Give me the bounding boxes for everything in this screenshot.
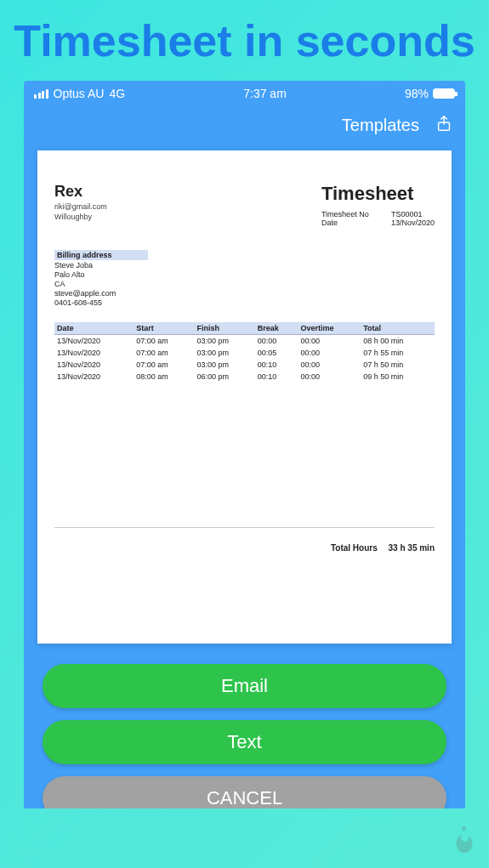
cell-date: 13/Nov/2020 xyxy=(54,359,134,371)
sender-name: Rex xyxy=(54,183,107,201)
sender-city: Willoughby xyxy=(54,213,107,221)
battery-pct: 98% xyxy=(405,87,429,100)
carrier-label: Optus AU xyxy=(54,87,105,100)
cancel-button[interactable]: CANCEL xyxy=(43,776,446,808)
cell-overtime: 00:00 xyxy=(299,335,361,348)
totals-label: Total Hours xyxy=(331,543,378,553)
billing-name: Steve Joba xyxy=(54,261,435,269)
billing-phone: 0401-608-455 xyxy=(54,298,435,307)
cell-start: 07:00 am xyxy=(134,347,194,359)
meta-date-value: 13/Nov/2020 xyxy=(391,218,435,227)
table-row: 13/Nov/202007:00 am03:00 pm00:1000:0007 … xyxy=(54,359,435,371)
cell-total: 08 h 00 min xyxy=(361,335,435,348)
totals-row: Total Hours 33 h 35 min xyxy=(54,543,435,553)
text-button[interactable]: Text xyxy=(43,720,446,764)
cell-start: 07:00 am xyxy=(134,359,194,371)
billing-block: Billing address Steve Joba Palo Alto CA … xyxy=(54,249,435,307)
promo-title: Timesheet in seconds xyxy=(0,0,489,81)
share-icon[interactable] xyxy=(435,114,453,136)
cell-date: 13/Nov/2020 xyxy=(54,371,134,383)
cell-overtime: 00:00 xyxy=(299,347,361,359)
status-bar: Optus AU 4G 7:37 am 98% xyxy=(24,81,465,106)
billing-email: steve@apple.com xyxy=(54,289,435,298)
cell-start: 08:00 am xyxy=(134,371,194,383)
billing-header: Billing address xyxy=(54,250,148,260)
totals-value: 33 h 35 min xyxy=(389,543,435,553)
cell-total: 09 h 50 min xyxy=(361,371,435,383)
network-label: 4G xyxy=(109,87,125,100)
meta-date-label: Date xyxy=(321,218,384,227)
table-row: 13/Nov/202007:00 am03:00 pm00:0000:0008 … xyxy=(54,335,435,348)
cell-total: 07 h 55 min xyxy=(361,347,435,359)
clock-label: 7:37 am xyxy=(243,87,287,100)
table-row: 13/Nov/202008:00 am06:00 pm00:1000:0009 … xyxy=(54,371,435,383)
meta-no-label: Timesheet No xyxy=(321,210,384,218)
email-button[interactable]: Email xyxy=(43,664,446,708)
nav-bar: Templates xyxy=(24,106,465,144)
col-total: Total xyxy=(361,322,435,335)
cell-overtime: 00:00 xyxy=(299,359,361,371)
cell-break: 00:10 xyxy=(255,359,299,371)
cell-break: 00:05 xyxy=(255,347,299,359)
cell-start: 07:00 am xyxy=(134,335,194,348)
phone-frame: Optus AU 4G 7:37 am 98% Templates Rex ri… xyxy=(24,81,465,808)
cell-finish: 03:00 pm xyxy=(195,359,255,371)
cell-finish: 06:00 pm xyxy=(195,371,255,383)
entries-table: Date Start Finish Break Overtime Total 1… xyxy=(54,322,435,383)
timesheet-document: Rex riki@gmail.com Willoughby Timesheet … xyxy=(37,150,452,644)
col-break: Break xyxy=(255,322,299,335)
col-date: Date xyxy=(54,322,134,335)
cell-finish: 03:00 pm xyxy=(195,347,255,359)
col-overtime: Overtime xyxy=(299,322,361,335)
divider xyxy=(54,527,435,528)
document-title: Timesheet xyxy=(321,183,435,205)
signal-icon xyxy=(34,89,48,99)
cell-break: 00:00 xyxy=(255,335,299,348)
cell-date: 13/Nov/2020 xyxy=(54,335,134,348)
templates-button[interactable]: Templates xyxy=(342,116,419,135)
cell-break: 00:10 xyxy=(255,371,299,383)
col-start: Start xyxy=(134,322,194,335)
watermark-icon xyxy=(445,822,484,865)
billing-state: CA xyxy=(54,280,435,288)
sender-email: riki@gmail.com xyxy=(54,202,107,211)
cell-finish: 03:00 pm xyxy=(195,335,255,348)
cell-date: 13/Nov/2020 xyxy=(54,347,134,359)
battery-icon xyxy=(433,88,455,99)
table-row: 13/Nov/202007:00 am03:00 pm00:0500:0007 … xyxy=(54,347,435,359)
meta-no-value: TS00001 xyxy=(391,210,423,218)
billing-city: Palo Alto xyxy=(54,270,435,279)
cell-overtime: 00:00 xyxy=(299,371,361,383)
cell-total: 07 h 50 min xyxy=(361,359,435,371)
action-sheet: Email Text CANCEL xyxy=(24,664,465,808)
col-finish: Finish xyxy=(195,322,255,335)
